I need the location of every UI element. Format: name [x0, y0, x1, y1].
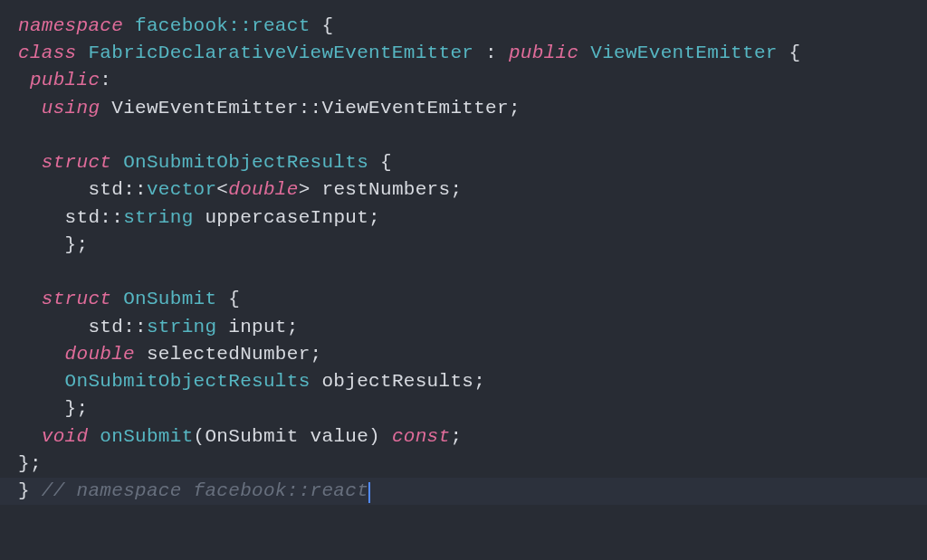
param-name: value [299, 426, 368, 447]
code-line-7: std::vector<double> restNumbers; [0, 176, 927, 204]
keyword-double: double [18, 344, 135, 365]
namespace-name: facebook::react [135, 15, 311, 36]
code-line-16: void onSubmit(OnSubmit value) const; [0, 423, 927, 451]
code-line-blank-10 [0, 259, 927, 286]
type-vector: vector [147, 179, 216, 200]
code-line-2: class FabricDeclarativeViewEventEmitter … [0, 40, 927, 67]
keyword-public: public [509, 43, 578, 63]
code-line-18: } // namespace facebook::react [0, 478, 927, 505]
member-selectednumber: selectedNumber [135, 344, 311, 365]
type-onsubmitobjectresults: OnSubmitObjectResults [18, 371, 311, 392]
code-line-9: }; [0, 232, 927, 259]
text-cursor [368, 482, 370, 503]
keyword-const: const [392, 426, 451, 447]
function-onsubmit: onSubmit [100, 426, 193, 447]
code-line-1: namespace facebook::react { [0, 13, 927, 40]
keyword-class: class [18, 43, 77, 63]
code-line-15: }; [0, 395, 927, 422]
code-line-11: struct OnSubmit { [0, 286, 927, 313]
code-line-8: std::string uppercaseInput; [0, 204, 927, 232]
member-input: input [216, 317, 286, 337]
code-line-17: }; [0, 451, 927, 478]
class-name: FabricDeclarativeViewEventEmitter [88, 43, 473, 63]
code-line-14: OnSubmitObjectResults objectResults; [0, 368, 927, 395]
code-line-3: public: [0, 67, 927, 94]
code-line-12: std::string input; [0, 314, 927, 341]
code-block: namespace facebook::react { class Fabric… [0, 13, 927, 505]
code-line-blank-5 [0, 122, 927, 149]
param-type: OnSubmit [205, 426, 298, 447]
keyword-using: using [18, 98, 100, 119]
code-line-6: struct OnSubmitObjectResults { [0, 149, 927, 176]
keyword-namespace: namespace [18, 15, 123, 36]
scope-name: ViewEventEmitter [100, 98, 298, 119]
type-string: string [147, 317, 216, 337]
keyword-void: void [18, 426, 88, 447]
struct-name: OnSubmitObjectResults [123, 152, 368, 173]
member-uppercaseinput: uppercaseInput [194, 207, 369, 228]
keyword-struct: struct [18, 152, 111, 173]
type-string: string [123, 207, 193, 228]
keyword-double: double [228, 179, 298, 200]
member-restnumbers: restNumbers [322, 179, 451, 200]
code-line-13: double selectedNumber; [0, 341, 927, 368]
code-line-4: using ViewEventEmitter::ViewEventEmitter… [0, 95, 927, 122]
member-objectresults: objectResults [311, 371, 474, 392]
base-class: ViewEventEmitter [590, 43, 777, 63]
keyword-struct: struct [18, 289, 111, 309]
keyword-public-access: public [18, 70, 100, 90]
struct-name-onsubmit: OnSubmit [123, 289, 216, 309]
comment-namespace: // namespace facebook::react [42, 480, 368, 501]
constructor-name: ViewEventEmitter [321, 98, 508, 119]
